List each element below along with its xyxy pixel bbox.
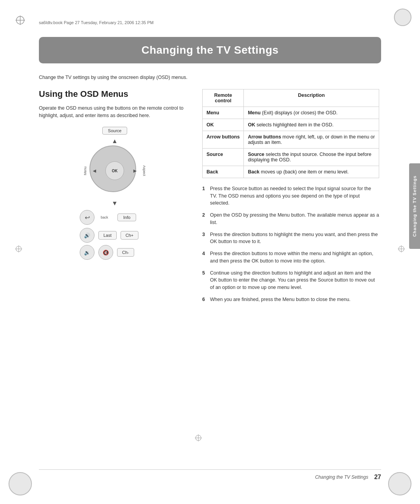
list-item: 6When you are finished, press the Menu b… bbox=[202, 296, 379, 303]
source-button[interactable]: Source bbox=[102, 127, 128, 135]
source-row: Source bbox=[72, 127, 158, 135]
osd-description: Operate the OSD menus using the buttons … bbox=[39, 105, 191, 119]
main-content: Change the TV settings by using the onsc… bbox=[39, 74, 379, 457]
dpad-left-arrow[interactable]: ◄ bbox=[92, 168, 97, 174]
bottom-buttons-row2: 🔉 🔇 Ch- bbox=[72, 245, 158, 260]
table-row-description: Back moves up (back) one item or menu le… bbox=[244, 166, 379, 178]
intro-text: Change the TV settings by using the onsc… bbox=[39, 74, 191, 81]
ok-button[interactable]: OK bbox=[105, 161, 124, 180]
col1-header: Remote control bbox=[203, 89, 244, 107]
reg-mark-mr bbox=[397, 245, 405, 253]
steps-list: 1Press the Source button as needed to se… bbox=[202, 185, 379, 303]
remote-diagram: Source ▲ Menu ◄ OK ► bbox=[64, 127, 165, 260]
footer-page: 27 bbox=[374, 474, 381, 481]
table-row-control: Back bbox=[203, 166, 244, 178]
table-row-control: Arrow buttons bbox=[203, 131, 244, 148]
deco-circle-br bbox=[388, 472, 411, 495]
last-button[interactable]: Last bbox=[98, 231, 117, 240]
deco-circle-tr bbox=[394, 9, 411, 26]
back-info-row: ↩ back Info bbox=[72, 210, 158, 225]
dpad-container: ◄ OK ► bbox=[89, 145, 140, 196]
aspect-label: Aspect bbox=[142, 165, 146, 176]
up-arrow-indicator: ▲ bbox=[112, 138, 118, 145]
table-row-control: Menu bbox=[203, 107, 244, 119]
bottom-buttons-row1: 🔊 Last Ch+ bbox=[72, 228, 158, 243]
title-banner: Changing the TV Settings bbox=[39, 37, 381, 63]
table-row-description: Arrow buttons move right, left, up, or d… bbox=[244, 131, 379, 148]
page-meta: sa6ldtv.book Page 27 Tuesday, February 2… bbox=[39, 20, 154, 25]
remote-body: Source ▲ Menu ◄ OK ► bbox=[72, 127, 158, 260]
table-row-control: OK bbox=[203, 119, 244, 131]
left-column: Using the OSD Menus Operate the OSD menu… bbox=[39, 89, 191, 308]
info-button[interactable]: Info bbox=[117, 214, 136, 221]
menu-label: Menu bbox=[83, 166, 87, 175]
page-footer: Changing the TV Settings 27 bbox=[39, 469, 381, 481]
table-row-control: Source bbox=[203, 148, 244, 166]
page-title: Changing the TV Settings bbox=[51, 44, 369, 56]
reg-mark-ml bbox=[15, 245, 23, 253]
deco-circle-bl bbox=[9, 472, 32, 495]
mute-btn[interactable]: 🔇 bbox=[98, 245, 113, 260]
table-row-description: Menu (Exit) displays (or closes) the OSD… bbox=[244, 107, 379, 119]
col2-header: Description bbox=[244, 89, 379, 107]
controls-table: Remote control Description MenuMenu (Exi… bbox=[202, 89, 379, 178]
side-tab-label: Changing the TV Settings bbox=[412, 175, 417, 237]
ch-plus-button[interactable]: Ch+ bbox=[121, 231, 139, 240]
back-label: back bbox=[101, 215, 108, 219]
footer-text: Changing the TV Settings bbox=[315, 474, 368, 480]
two-column-layout: Using the OSD Menus Operate the OSD menu… bbox=[39, 89, 379, 308]
list-item: 2Open the OSD by pressing the Menu butto… bbox=[202, 212, 379, 226]
dpad-right-arrow[interactable]: ► bbox=[132, 168, 138, 174]
dpad-area: Menu ◄ OK ► Aspect bbox=[72, 145, 158, 196]
volume-down-btn[interactable]: 🔉 bbox=[80, 245, 94, 260]
right-column: Remote control Description MenuMenu (Exi… bbox=[202, 89, 379, 308]
ch-minus-button[interactable]: Ch- bbox=[117, 248, 134, 257]
list-item: 3Press the direction buttons to highligh… bbox=[202, 231, 379, 246]
side-tab: Changing the TV Settings bbox=[409, 163, 420, 249]
back-button[interactable]: ↩ bbox=[80, 210, 94, 225]
volume-icon-btn[interactable]: 🔊 bbox=[80, 228, 94, 243]
list-item: 1Press the Source button as needed to se… bbox=[202, 185, 379, 207]
down-arrow-indicator: ▼ bbox=[112, 200, 118, 207]
table-row-description: Source selects the input source. Choose … bbox=[244, 148, 379, 166]
list-item: 5Continue using the direction buttons to… bbox=[202, 270, 379, 291]
reg-mark-tl bbox=[15, 15, 26, 26]
table-row-description: OK selects highlighted item in the OSD. bbox=[244, 119, 379, 131]
section-heading: Using the OSD Menus bbox=[39, 89, 191, 99]
list-item: 4Press the direction buttons to move wit… bbox=[202, 250, 379, 265]
